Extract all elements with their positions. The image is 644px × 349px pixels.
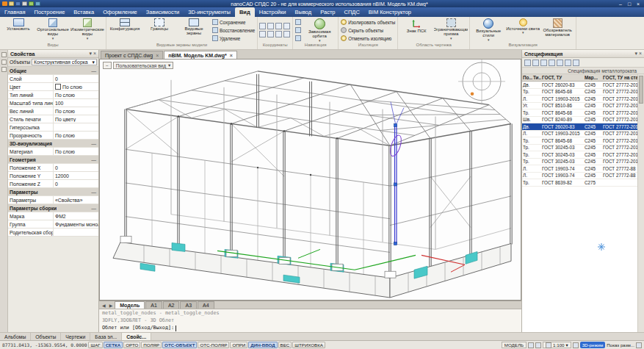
property-row[interactable]: Слой 0	[8, 75, 98, 83]
status-toggle[interactable]: ВЕС	[278, 342, 292, 348]
panel-tab[interactable]: База эл...	[90, 333, 122, 340]
iso-views-button[interactable]: Изометрические виды▾	[70, 18, 104, 43]
property-value[interactable]: 0	[54, 165, 98, 170]
property-row[interactable]: Геометрия	[8, 156, 98, 164]
property-row[interactable]: Положение Y 12000	[8, 172, 98, 180]
layout-tab[interactable]: А3	[180, 301, 197, 309]
dock-icon[interactable]: ▾	[89, 51, 92, 57]
table-row[interactable]: Тр. ГОСТ 8639-82 С275	[522, 179, 637, 187]
update-marker-icon[interactable]	[597, 242, 606, 251]
viewport-view-control[interactable]: Пользовательская вид ▾	[113, 62, 174, 69]
spec-column-header[interactable]: Мар...	[584, 75, 602, 80]
refresh-icon[interactable]	[524, 60, 531, 66]
lock-icon[interactable]	[535, 342, 541, 348]
property-row[interactable]: Общие	[8, 67, 98, 75]
update-icon[interactable]	[573, 60, 579, 66]
delete-view-button[interactable]: Удаление	[211, 35, 256, 42]
layers-icon[interactable]	[528, 342, 534, 348]
spec-column-header[interactable]: По...	[522, 75, 532, 80]
property-row[interactable]: Тип линий По слою	[8, 91, 98, 99]
viewport-config-button[interactable]: Конфигурация	[108, 18, 142, 43]
navigation-compass[interactable]	[458, 60, 505, 105]
table-row[interactable]: Тр. ГОСТ 8645-68 С245 ГОСТ 27772-2015	[522, 137, 637, 145]
table-icon[interactable]	[565, 60, 571, 66]
table-row[interactable]: Тр. ГОСТ 8645-68 С245 ГОСТ 27772-2015	[522, 89, 637, 96]
group-label-drawing-area[interactable]: Область чертежа	[399, 43, 468, 49]
property-row[interactable]: Масштаб типа линий 100	[8, 99, 98, 107]
light-sources-button[interactable]: Источники света▾	[506, 18, 540, 43]
model-space-button[interactable]: МОДЕЛЬ	[502, 342, 527, 348]
filter-icon[interactable]	[549, 60, 555, 66]
close-tab-icon[interactable]: ×	[230, 53, 233, 58]
objects-select[interactable]: Конструктивная сборка ▾	[32, 59, 97, 65]
panel-tab[interactable]: Свойс...	[122, 333, 151, 340]
zoom-icon[interactable]	[295, 27, 301, 33]
magnifier-icon[interactable]	[636, 342, 642, 348]
property-row[interactable]: Положение Z 0	[8, 180, 98, 188]
save-view-button[interactable]: Сохранение	[211, 18, 256, 26]
spec-column-header[interactable]: ГОСТ, ТУ	[541, 75, 584, 80]
table-row[interactable]: Шв. ГОСТ 8240-89 С245 ГОСТ 27772-2015	[522, 117, 637, 124]
layout-tab[interactable]: А1	[145, 301, 162, 309]
ribbon-tab[interactable]: Зависимости	[142, 7, 184, 17]
table-row[interactable]: Л. ГОСТ 19903-74 С245 ГОСТ 27772-88	[522, 173, 637, 180]
property-value[interactable]: Фундаменты монолитные	[54, 222, 98, 227]
scrollbar-thumb[interactable]	[639, 76, 643, 104]
status-toggle[interactable]: ПОЛЯР	[141, 342, 162, 348]
property-value[interactable]: 100	[54, 101, 98, 106]
group-label-coordinates[interactable]: Координаты	[259, 43, 291, 49]
status-toggle[interactable]: ОТС-ПОЛЯР	[198, 342, 229, 348]
print-icon[interactable]	[22, 1, 27, 6]
property-value[interactable]: По слою	[54, 84, 98, 90]
ribbon-tab[interactable]: 3D-инструменты	[184, 7, 235, 17]
ribbon-tab[interactable]: Вставка	[69, 7, 98, 17]
table-row[interactable]: Дв. ГОСТ 26020-83 С245 ГОСТ 27772-2015	[522, 82, 637, 89]
ribbon-tab[interactable]: Оформление	[98, 7, 142, 17]
viewport-menu-control[interactable]: −	[103, 62, 112, 69]
table-row[interactable]: Л. ГОСТ 19903-2015 С245 ГОСТ 27772-2015	[522, 96, 637, 103]
restore-view-button[interactable]: Восстановление	[211, 26, 256, 34]
ortho-views-button[interactable]: Ортогональные виды▾	[36, 18, 70, 43]
table-row[interactable]: Л. ГОСТ 19903-2015 С245 ГОСТ 27772-2015	[522, 131, 637, 138]
hide-objects-button[interactable]: Скрыть объекты	[340, 26, 396, 34]
property-row[interactable]: Группа Фундаменты монолитные	[8, 220, 98, 229]
spec-column-header[interactable]: Ти...	[532, 75, 541, 80]
visual-styles-button[interactable]: Визуальные стили▾	[471, 18, 505, 43]
panel-tab[interactable]: Чертежи	[61, 333, 90, 340]
property-value[interactable]: ФМ2	[54, 214, 98, 219]
property-row[interactable]: Вес линий По слою	[8, 107, 98, 115]
property-value[interactable]: По цвету	[54, 117, 98, 122]
group-label-isolation[interactable]: Изоляция	[340, 43, 396, 49]
group-label-views[interactable]: Виды	[1, 43, 104, 49]
table-row[interactable]: Тр. ГОСТ 30245-03 С245 ГОСТ 27772-2015	[522, 151, 637, 159]
layout-tab[interactable]: Модель	[115, 301, 145, 309]
property-value[interactable]: По слою	[54, 109, 98, 114]
isolate-objects-button[interactable]: Изолировать объекты	[340, 18, 396, 26]
command-line[interactable]: metal_toggle_nodes - metal_toggle_nodes3…	[99, 309, 521, 332]
3d-mode-button[interactable]: 3D-режим	[580, 342, 606, 348]
scale-control[interactable]: 1:100 ▾	[543, 342, 571, 348]
ribbon-tab[interactable]: Вывод	[291, 7, 316, 17]
property-row[interactable]: Положение X 0	[8, 164, 98, 172]
ribbon-tab[interactable]: Растр	[316, 7, 339, 17]
ucs-z-icon[interactable]	[275, 31, 282, 37]
property-row[interactable]: Материал По слою	[8, 148, 98, 156]
specification-tab[interactable]: Спецификация металлопроката	[522, 68, 644, 74]
orbit-button[interactable]: Зависимая орбита▾	[303, 18, 336, 43]
ribbon-tab[interactable]: BIM Конструктор	[364, 7, 416, 17]
ucs-x-icon[interactable]	[259, 31, 266, 37]
3d-model-canvas[interactable]: − Пользовательская вид ▾	[99, 59, 521, 301]
property-value[interactable]: 0	[54, 181, 98, 187]
panel-toggle-icon[interactable]	[1, 67, 7, 72]
close-icon[interactable]: ×	[634, 1, 643, 7]
ucs-origin-icon[interactable]	[267, 23, 274, 29]
panel-toggle-icon[interactable]	[1, 60, 7, 65]
panel-tab[interactable]: Объекты	[31, 333, 61, 340]
status-toggle[interactable]: СЕТКА	[104, 342, 123, 348]
property-row[interactable]: Гиперссылка	[8, 123, 98, 132]
property-row[interactable]: Параметры «Свойства»	[8, 196, 98, 204]
table-row[interactable]: Тр. ГОСТ 8645-68 С245 ГОСТ 27772-2015	[522, 109, 637, 117]
status-toggle[interactable]: ОТС-ОБЪЕКТ	[162, 342, 197, 348]
ribbon-tab[interactable]: Главная	[0, 7, 30, 17]
table-row[interactable]: Дв. ГОСТ 26020-83 С245 ГОСТ 27772-2015	[522, 123, 637, 131]
